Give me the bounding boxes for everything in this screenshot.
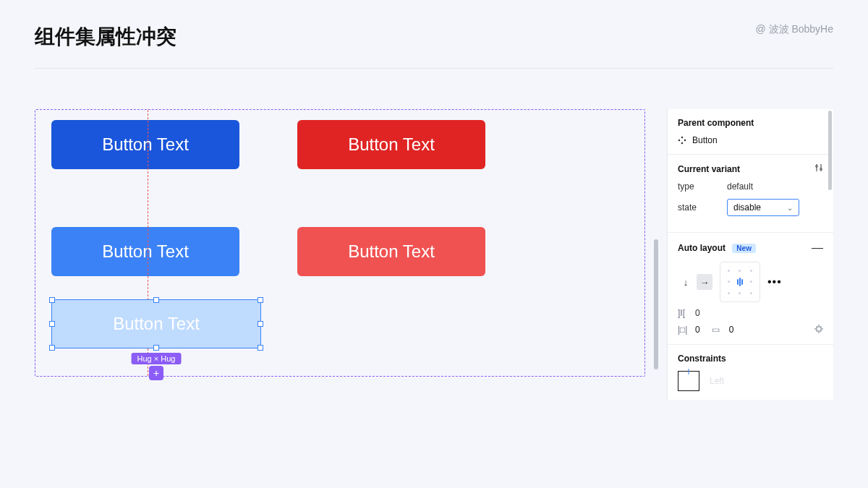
auto-layout-title: Auto layout <box>678 243 726 253</box>
resize-handle[interactable] <box>258 345 263 351</box>
variant-primary-hover[interactable]: Button Text <box>51 227 239 276</box>
component-set-frame[interactable]: Button Text Button Text Button Text Butt… <box>35 109 645 377</box>
independent-padding-button[interactable] <box>814 324 823 335</box>
variant-type-value[interactable]: default <box>727 181 753 192</box>
resize-handle[interactable] <box>258 321 263 327</box>
selection-size-badge: Hug × Hug <box>132 353 182 364</box>
inspector-panel: Parent component Button Current variant <box>667 109 833 400</box>
variant-danger-default[interactable]: Button Text <box>297 120 485 169</box>
remove-auto-layout-button[interactable]: — <box>812 241 823 254</box>
padding-vertical-value[interactable]: 0 <box>729 325 734 335</box>
svg-rect-2 <box>678 140 681 142</box>
resize-handle[interactable] <box>153 297 159 303</box>
resize-handle[interactable] <box>153 345 159 351</box>
padding-horizontal-icon: |□| <box>678 325 691 335</box>
resize-handle[interactable] <box>258 297 263 303</box>
svg-rect-8 <box>817 327 821 331</box>
component-icon <box>678 136 686 145</box>
panel-scrollbar[interactable] <box>828 111 832 398</box>
parent-component-title: Parent component <box>678 118 823 128</box>
svg-rect-1 <box>681 142 684 145</box>
resize-handle[interactable] <box>49 297 55 303</box>
add-variant-button[interactable]: + <box>149 366 163 380</box>
variant-state-select[interactable]: disable ⌄ <box>727 199 799 216</box>
author-label: @ 波波 BobbyHe <box>755 23 833 36</box>
chevron-down-icon: ⌄ <box>787 204 793 212</box>
gap-value[interactable]: 0 <box>695 308 700 318</box>
padding-vertical-icon: ▭ <box>712 325 725 335</box>
constraints-value[interactable]: Left <box>710 376 724 386</box>
constraints-diagram[interactable] <box>678 371 699 391</box>
gap-icon: ]I[ <box>678 308 691 318</box>
resize-handle[interactable] <box>49 321 55 327</box>
new-badge: New <box>732 244 756 253</box>
svg-rect-3 <box>684 140 686 142</box>
canvas[interactable]: Button Text Button Text Button Text Butt… <box>35 109 645 400</box>
current-variant-title: Current variant <box>678 164 740 174</box>
page-title: 组件集属性冲突 <box>35 23 176 51</box>
variant-settings-icon[interactable] <box>814 163 823 174</box>
svg-rect-0 <box>681 137 684 139</box>
direction-horizontal-button[interactable]: → <box>697 274 712 290</box>
selected-variant[interactable]: Button Text Hug × Hug + <box>51 299 261 348</box>
padding-horizontal-value[interactable]: 0 <box>695 325 700 335</box>
resize-handle[interactable] <box>49 345 55 351</box>
more-options-button[interactable]: ••• <box>767 275 782 288</box>
constraints-title: Constraints <box>678 354 823 364</box>
direction-vertical-button[interactable]: ↓ <box>678 274 694 290</box>
canvas-scrollbar[interactable] <box>654 239 658 369</box>
variant-state-label: state <box>678 202 721 213</box>
svg-point-6 <box>816 166 818 168</box>
variant-primary-default[interactable]: Button Text <box>51 120 239 169</box>
variant-type-label: type <box>678 181 721 192</box>
parent-component-link[interactable]: Button <box>678 135 823 145</box>
variant-danger-hover[interactable]: Button Text <box>297 227 485 276</box>
svg-point-7 <box>820 168 822 171</box>
alignment-grid[interactable] <box>720 262 760 302</box>
